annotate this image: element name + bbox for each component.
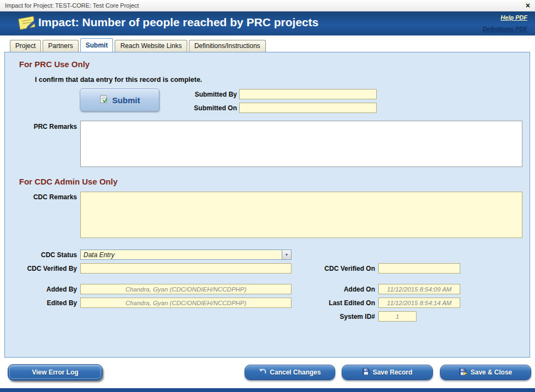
cdc-verified-by-field[interactable] [80, 263, 292, 274]
tab-partners[interactable]: Partners [43, 40, 78, 52]
tab-strip: Project Partners Submit Reach Website Li… [10, 38, 268, 52]
undo-icon [259, 368, 266, 377]
tab-submit[interactable]: Submit [80, 38, 114, 52]
cancel-changes-label: Cancel Changes [270, 369, 320, 376]
submitted-by-field[interactable] [239, 89, 377, 99]
cdc-status-value: Data Entry [81, 250, 282, 259]
tab-reach-website-links[interactable]: Reach Website Links [115, 40, 187, 52]
close-icon[interactable]: × [526, 2, 530, 9]
cancel-changes-button[interactable]: Cancel Changes [245, 365, 335, 380]
view-error-log-label: View Error Log [32, 369, 78, 376]
cdc-verified-by-label: CDC Verified By [10, 265, 77, 272]
added-by-field[interactable] [80, 284, 292, 294]
cdc-status-dropdown[interactable]: Data Entry ▼ [80, 250, 292, 260]
save-and-close-label: Save & Close [471, 369, 512, 376]
tab-project[interactable]: Project [10, 40, 41, 52]
confirm-text: I confirm that data entry for this recor… [35, 76, 202, 84]
cdc-verified-on-field[interactable] [378, 263, 460, 274]
cdc-section-heading: For CDC Admin Use Only [19, 177, 117, 186]
save-record-label: Save Record [373, 369, 413, 376]
save-and-close-button[interactable]: Save & Close [440, 365, 531, 380]
window-title: Impact for Project: TEST-CORE: Test Core… [5, 2, 139, 9]
submitted-on-label: Submitted On [169, 104, 237, 112]
system-id-label: System ID# [311, 313, 375, 320]
prc-section-heading: For PRC Use Only [19, 60, 90, 69]
submit-form-check-icon [99, 95, 108, 105]
form-header: Impact: Number of people reached by PRC … [0, 11, 535, 35]
prc-remarks-textarea[interactable] [80, 121, 522, 167]
save-record-button[interactable]: Save Record [342, 365, 433, 380]
bottom-accent-bar [0, 388, 535, 392]
last-edited-on-field[interactable] [378, 298, 460, 308]
submitted-on-field[interactable] [239, 103, 377, 113]
cdc-remarks-label: CDC Remarks [21, 193, 77, 201]
window-titlebar: Impact for Project: TEST-CORE: Test Core… [0, 0, 535, 11]
edited-by-field[interactable] [80, 298, 292, 308]
floppy-disk-arrow-icon [459, 368, 467, 377]
submit-button[interactable]: Submit [80, 88, 159, 111]
note-pen-icon [16, 15, 37, 34]
submitted-by-label: Submitted By [169, 91, 237, 98]
edited-by-label: Edited By [21, 299, 77, 307]
submit-tab-panel: For PRC Use Only I confirm that data ent… [4, 52, 530, 358]
view-error-log-button[interactable]: View Error Log [8, 364, 103, 381]
added-on-field[interactable] [378, 284, 460, 294]
app-window: Impact for Project: TEST-CORE: Test Core… [0, 0, 535, 392]
chevron-down-icon[interactable]: ▼ [282, 250, 291, 259]
floppy-disk-icon [362, 368, 370, 377]
cdc-remarks-textarea[interactable] [80, 192, 522, 238]
cdc-verified-on-label: CDC Verified On [311, 265, 375, 272]
page-title: Impact: Number of people reached by PRC … [38, 16, 318, 29]
definitions-pdf-link[interactable]: Definitions PDF [483, 26, 527, 32]
submit-button-label: Submit [112, 96, 140, 105]
added-on-label: Added On [311, 286, 375, 293]
system-id-field[interactable] [378, 311, 417, 322]
prc-remarks-label: PRC Remarks [21, 123, 77, 130]
tab-definitions-instructions[interactable]: Definitions/Instructions [189, 40, 266, 52]
added-by-label: Added By [21, 286, 77, 293]
help-pdf-link[interactable]: Help PDF [501, 14, 527, 21]
cdc-status-label: CDC Status [21, 251, 77, 259]
last-edited-on-label: Last Edited On [311, 299, 375, 307]
